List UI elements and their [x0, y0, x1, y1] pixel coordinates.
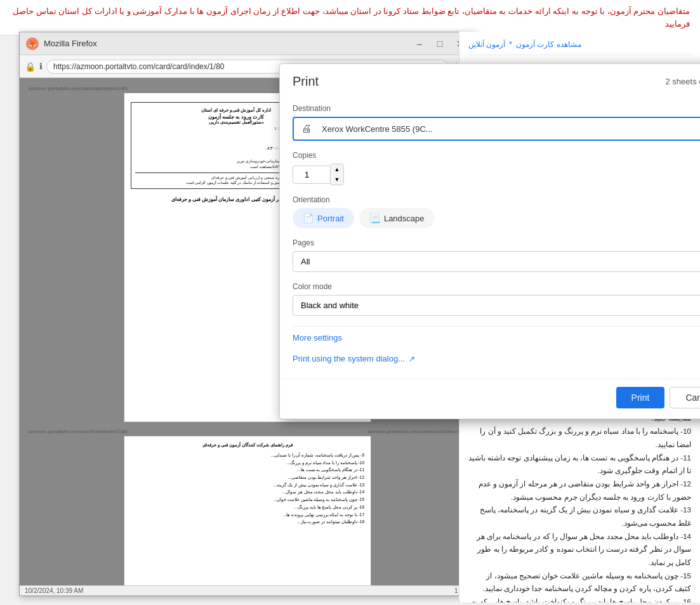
destination-field: Destination 🖨 Xerox WorkCentre 5855 (9C.…: [293, 104, 700, 141]
print-system-label: Print using the system dialog...: [293, 354, 405, 363]
copies-down-button[interactable]: ▼: [331, 174, 343, 185]
firefox-icon: 🦊: [26, 37, 39, 50]
right-panel-nav: مشاهده کارت آزمون * آزمون آنلاین: [468, 38, 691, 55]
destination-select[interactable]: 🖨 Xerox WorkCentre 5855 (9C... ▼: [293, 117, 700, 141]
print-system-link[interactable]: Print using the system dialog... ↗: [293, 349, 700, 368]
landscape-icon: 📃: [369, 213, 380, 223]
landscape-button[interactable]: 📃 Landscape: [359, 208, 435, 228]
print-button[interactable]: Print: [616, 387, 665, 408]
external-link-icon: ↗: [409, 355, 415, 363]
para-11: 10- پاسخنامه را با مداد سیاه نرم و پررنگ…: [468, 425, 691, 451]
destination-value: Xerox WorkCentre 5855 (9C...: [317, 124, 700, 134]
browser-titlebar: 🦊 Mozilla Firefox – □ ✕: [20, 32, 475, 55]
copies-field: Copies ▲ ▼: [293, 151, 700, 185]
orientation-row: 📄 Portrait 📃 Landscape: [293, 208, 700, 228]
page-content-2: فرم راهنمای شرکت کنندگان آزمون فنی و حرف…: [124, 436, 371, 585]
pages-label: Pages: [293, 238, 700, 247]
print-dialog-body: Destination 🖨 Xerox WorkCentre 5855 (9C.…: [280, 94, 700, 379]
copies-input[interactable]: [293, 166, 331, 184]
para-16: 15- چون پاسخنامه به وسیله ماشین علامت خو…: [468, 569, 691, 595]
top-banner: متقاضیان محترم آزمون، با توجه به اینکه ا…: [0, 0, 700, 36]
para-12: 11- در هنگام پاسخگویی به تست ها، به زمان…: [468, 452, 691, 478]
print-dialog-title: Print: [293, 74, 319, 89]
color-mode-label: Color mode: [293, 282, 700, 291]
para-14: 13- علامت گذاری و سیاه نمودن بیش از یک گ…: [468, 504, 691, 530]
page2-content: 9- پس از دریافت پاسخنامه، شماره آن را با…: [131, 452, 364, 526]
portrait-icon: 📄: [303, 213, 314, 223]
para-15: 14- داوطلب باید محل مجدد محل هر سوال را …: [468, 530, 691, 569]
orientation-label: Orientation: [293, 195, 700, 204]
info-icon: ℹ: [39, 62, 43, 71]
page-header-2: azmoon.portaltvto.com/card/card/index/1/…: [26, 427, 469, 436]
destination-label: Destination: [293, 104, 700, 113]
more-settings-label: More settings: [293, 333, 342, 342]
browser-title: Mozilla Firefox: [44, 39, 406, 48]
para-17: 16- پر کردن محل پاسخ ها باید پررنگ و یکن…: [468, 595, 691, 602]
more-settings-row[interactable]: More settings ▼: [293, 326, 700, 349]
security-icon: 🔒: [25, 62, 36, 72]
para-13: 12- احراز هر واحد شرایط بودن متقاضی در ه…: [468, 478, 691, 504]
orientation-field: Orientation 📄 Portrait 📃 Landscape: [293, 195, 700, 228]
page2-title: فرم راهنمای شرکت کنندگان آزمون فنی و حرف…: [131, 443, 364, 448]
copies-stepper: ▲ ▼: [331, 164, 344, 185]
copies-row: ▲ ▼: [293, 164, 700, 185]
nav-online-link[interactable]: آزمون آنلاین: [468, 38, 505, 51]
print-dialog-header: Print 2 sheets of paper: [280, 64, 700, 94]
print-sheets-info: 2 sheets of paper: [666, 77, 700, 86]
color-mode-select[interactable]: Black and white Color: [293, 295, 700, 316]
landscape-label: Landscape: [384, 214, 425, 223]
page-preview-2: azmoon.portaltvto.com/card/card/index/1/…: [26, 427, 469, 585]
page-footer-bar: 10/2/2024, 10:39 AM 1 of 2: [20, 585, 475, 595]
pages-field: Pages All Custom Odd pages only Even pag…: [293, 238, 700, 272]
nav-card-link[interactable]: مشاهده کارت آزمون: [516, 38, 581, 51]
printer-icon: 🖨: [301, 123, 312, 134]
maximize-button[interactable]: □: [431, 37, 449, 51]
pages-select[interactable]: All Custom Odd pages only Even pages onl…: [293, 251, 700, 272]
color-mode-field: Color mode Black and white Color: [293, 282, 700, 316]
copies-up-button[interactable]: ▲: [331, 164, 343, 174]
copies-label: Copies: [293, 151, 700, 160]
minimize-button[interactable]: –: [411, 37, 428, 51]
portrait-button[interactable]: 📄 Portrait: [293, 208, 354, 228]
print-actions: Print Cancel: [280, 379, 700, 419]
print-dialog: Print 2 sheets of paper Destination 🖨 Xe…: [279, 63, 700, 419]
nav-separator: *: [509, 38, 512, 51]
cancel-button[interactable]: Cancel: [670, 387, 700, 408]
portrait-label: Portrait: [317, 214, 344, 223]
